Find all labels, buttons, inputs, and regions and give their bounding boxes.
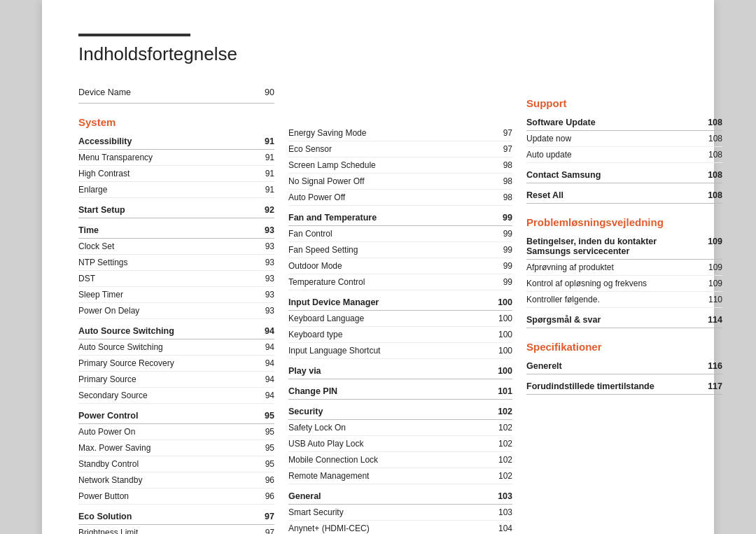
toc-label: Auto Power On [78, 427, 253, 437]
toc-page: 91 [253, 153, 274, 162]
toc-label: Enlarge [78, 185, 253, 195]
toc-label: Auto update [526, 150, 701, 160]
toc-label: USB Auto Play Lock [288, 439, 491, 449]
toc-entry: Enlarge91 [78, 182, 274, 198]
toc-label: Start Setup [78, 205, 253, 215]
title-bar [78, 34, 190, 36]
toc-entry: Play via100 [288, 363, 512, 379]
toc-page: 100 [491, 330, 512, 339]
toc-page: 102 [491, 407, 512, 416]
toc-page: 98 [491, 160, 512, 170]
toc-label: Auto Power Off [288, 192, 491, 202]
toc-entry: Outdoor Mode99 [288, 258, 512, 274]
toc-entry: Fan Speed Setting99 [288, 242, 512, 258]
toc-label: Keyboard Language [288, 314, 491, 323]
toc-label: Remote Management [288, 471, 491, 481]
device-name-page: 90 [265, 87, 274, 97]
toc-entry: Power On Delay93 [78, 303, 274, 319]
toc-page: 91 [253, 169, 274, 178]
toc-page: 100 [491, 297, 512, 307]
section-heading-Support: Support [526, 97, 722, 109]
toc-page: 117 [701, 381, 722, 391]
toc-page: 93 [253, 225, 274, 235]
toc-page: 109 [701, 237, 722, 256]
toc-label: Generelt [526, 361, 701, 371]
toc-page: 116 [701, 361, 722, 371]
toc-page: 93 [253, 306, 274, 316]
toc-entry: No Signal Power Off98 [288, 174, 512, 190]
toc-label: Security [288, 407, 491, 416]
toc-label: General [288, 491, 491, 501]
toc-page: 109 [701, 262, 722, 272]
toc-page: 91 [253, 136, 274, 146]
toc-page: 108 [701, 190, 722, 200]
toc-page: 93 [253, 258, 274, 267]
toc-label: Outdoor Mode [288, 261, 491, 271]
toc-page: 102 [491, 471, 512, 481]
toc-entry: Start Setup92 [78, 202, 274, 218]
content-grid: Device Name90SystemAccessibility91Menu T… [78, 85, 678, 534]
toc-entry: General103 [288, 489, 512, 505]
column-2: Energy Saving Mode97Eco Sensor97Screen L… [288, 85, 512, 534]
toc-entry: Energy Saving Mode97 [288, 125, 512, 141]
toc-label: Fan and Temperature [288, 213, 491, 223]
toc-label: Accessibility [78, 136, 253, 146]
toc-page: 94 [253, 391, 274, 400]
toc-page: 95 [253, 427, 274, 437]
toc-entry: Network Standby96 [78, 472, 274, 489]
toc-page: 108 [701, 134, 722, 143]
toc-entry: Auto Source Switching94 [78, 339, 274, 356]
toc-entry: Spørgsmål & svar114 [526, 312, 722, 328]
toc-label: Eco Sensor [288, 144, 491, 154]
toc-label: DST [78, 274, 253, 283]
toc-entry: Afprøvning af produktet109 [526, 260, 722, 276]
toc-label: Eco Solution [78, 512, 253, 521]
toc-entry: Kontrol af opløsning og frekvens109 [526, 276, 722, 292]
toc-label: Primary Source [78, 374, 253, 384]
toc-page: 93 [253, 241, 274, 251]
toc-page: 95 [253, 443, 274, 453]
toc-label: Update now [526, 134, 701, 143]
toc-entry: Primary Source Recovery94 [78, 356, 274, 372]
toc-entry: Input Language Shortcut100 [288, 343, 512, 359]
toc-entry: Smart Security103 [288, 505, 512, 521]
toc-label: Play via [288, 366, 491, 376]
column-3: SupportSoftware Update108Update now108Au… [526, 85, 722, 534]
toc-entry: Change PIN101 [288, 384, 512, 400]
toc-label: Temperature Control [288, 277, 491, 287]
toc-label: Power On Delay [78, 306, 253, 316]
toc-entry: Clock Set93 [78, 239, 274, 255]
toc-label: Anynet+ (HDMI-CEC) [288, 524, 491, 533]
toc-label: Keyboard type [288, 330, 491, 339]
toc-entry: Fan and Temperature99 [288, 210, 512, 226]
toc-entry: Accessibility91 [78, 134, 274, 150]
toc-label: Time [78, 225, 253, 235]
toc-label: Screen Lamp Schedule [288, 160, 491, 170]
device-name-entry: Device Name90 [78, 85, 274, 104]
toc-page: 97 [491, 128, 512, 138]
toc-page: 103 [491, 491, 512, 501]
toc-entry: DST93 [78, 271, 274, 287]
toc-entry: Keyboard Language100 [288, 311, 512, 327]
toc-page: 94 [253, 374, 274, 384]
toc-label: Standby Control [78, 459, 253, 469]
toc-entry: Contact Samsung108 [526, 167, 722, 183]
toc-page: 100 [491, 346, 512, 356]
toc-label: Fan Control [288, 229, 491, 239]
toc-entry: Screen Lamp Schedule98 [288, 157, 512, 174]
toc-page: 108 [701, 118, 722, 127]
toc-page: 95 [253, 459, 274, 469]
toc-label: Kontrol af opløsning og frekvens [526, 279, 701, 288]
toc-page: 108 [701, 170, 722, 180]
toc-page: 99 [491, 213, 512, 223]
toc-label: Sleep Timer [78, 290, 253, 300]
toc-label: Betingelser, inden du kontakter Samsungs… [526, 237, 701, 256]
toc-page: 103 [491, 507, 512, 517]
toc-entry: Sleep Timer93 [78, 287, 274, 303]
toc-label: Input Language Shortcut [288, 346, 491, 356]
toc-label: Spørgsmål & svar [526, 315, 701, 325]
toc-page: 109 [701, 279, 722, 288]
toc-page: 93 [253, 290, 274, 300]
toc-label: Auto Source Switching [78, 326, 253, 336]
toc-label: Primary Source Recovery [78, 358, 253, 368]
